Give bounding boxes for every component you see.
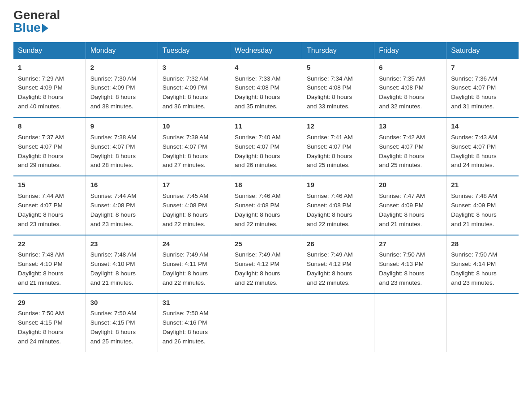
day-info: Sunrise: 7:50 AMSunset: 4:13 PMDaylight:… <box>379 251 425 286</box>
day-info: Sunrise: 7:41 AMSunset: 4:07 PMDaylight:… <box>307 134 353 169</box>
calendar-cell: 29Sunrise: 7:50 AMSunset: 4:15 PMDayligh… <box>13 294 86 352</box>
day-info: Sunrise: 7:46 AMSunset: 4:08 PMDaylight:… <box>235 193 281 227</box>
day-info: Sunrise: 7:45 AMSunset: 4:08 PMDaylight:… <box>163 193 209 227</box>
day-number: 22 <box>18 239 81 249</box>
calendar-cell: 4Sunrise: 7:33 AMSunset: 4:08 PMDaylight… <box>230 59 302 117</box>
calendar-cell: 27Sunrise: 7:50 AMSunset: 4:13 PMDayligh… <box>374 235 446 294</box>
day-number: 26 <box>307 239 369 249</box>
day-number: 14 <box>451 121 514 132</box>
calendar-cell: 1Sunrise: 7:29 AMSunset: 4:09 PMDaylight… <box>13 59 86 117</box>
calendar-cell: 17Sunrise: 7:45 AMSunset: 4:08 PMDayligh… <box>158 176 230 235</box>
calendar-cell: 11Sunrise: 7:40 AMSunset: 4:07 PMDayligh… <box>230 117 302 176</box>
calendar-cell: 8Sunrise: 7:37 AMSunset: 4:07 PMDaylight… <box>13 117 86 176</box>
day-number: 11 <box>235 121 297 132</box>
day-number: 25 <box>235 239 297 249</box>
day-info: Sunrise: 7:35 AMSunset: 4:08 PMDaylight:… <box>379 75 425 110</box>
day-number: 21 <box>451 180 514 190</box>
day-number: 2 <box>90 63 153 73</box>
week-row-2: 8Sunrise: 7:37 AMSunset: 4:07 PMDaylight… <box>13 117 519 176</box>
day-number: 30 <box>90 298 153 308</box>
logo-general-text: General <box>13 9 60 21</box>
day-number: 9 <box>90 121 153 132</box>
calendar-cell: 21Sunrise: 7:48 AMSunset: 4:09 PMDayligh… <box>446 176 519 235</box>
day-number: 15 <box>18 180 81 190</box>
day-number: 12 <box>307 121 369 132</box>
day-info: Sunrise: 7:49 AMSunset: 4:12 PMDaylight:… <box>307 251 353 286</box>
day-info: Sunrise: 7:32 AMSunset: 4:09 PMDaylight:… <box>163 75 209 110</box>
day-info: Sunrise: 7:50 AMSunset: 4:14 PMDaylight:… <box>451 251 497 286</box>
calendar-cell <box>230 294 302 352</box>
calendar-table: SundayMondayTuesdayWednesdayThursdayFrid… <box>13 42 519 352</box>
calendar-cell: 7Sunrise: 7:36 AMSunset: 4:07 PMDaylight… <box>446 59 519 117</box>
calendar-cell: 22Sunrise: 7:48 AMSunset: 4:10 PMDayligh… <box>13 235 86 294</box>
day-number: 5 <box>307 63 369 73</box>
week-row-3: 15Sunrise: 7:44 AMSunset: 4:07 PMDayligh… <box>13 176 519 235</box>
day-info: Sunrise: 7:42 AMSunset: 4:07 PMDaylight:… <box>379 134 425 169</box>
day-info: Sunrise: 7:40 AMSunset: 4:07 PMDaylight:… <box>235 134 281 169</box>
calendar-cell: 14Sunrise: 7:43 AMSunset: 4:07 PMDayligh… <box>446 117 519 176</box>
calendar-cell: 3Sunrise: 7:32 AMSunset: 4:09 PMDaylight… <box>158 59 230 117</box>
calendar-cell: 9Sunrise: 7:38 AMSunset: 4:07 PMDaylight… <box>86 117 158 176</box>
day-info: Sunrise: 7:50 AMSunset: 4:16 PMDaylight:… <box>163 310 209 345</box>
day-info: Sunrise: 7:46 AMSunset: 4:08 PMDaylight:… <box>307 193 353 227</box>
day-info: Sunrise: 7:50 AMSunset: 4:15 PMDaylight:… <box>90 310 137 345</box>
weekday-header-thursday: Thursday <box>302 42 374 59</box>
day-info: Sunrise: 7:43 AMSunset: 4:07 PMDaylight:… <box>451 134 497 169</box>
day-number: 8 <box>18 121 81 132</box>
day-number: 13 <box>379 121 442 132</box>
calendar-cell: 13Sunrise: 7:42 AMSunset: 4:07 PMDayligh… <box>374 117 446 176</box>
day-info: Sunrise: 7:34 AMSunset: 4:08 PMDaylight:… <box>307 75 353 110</box>
logo-triangle-icon <box>42 24 48 33</box>
day-info: Sunrise: 7:47 AMSunset: 4:09 PMDaylight:… <box>379 193 425 227</box>
calendar-cell: 23Sunrise: 7:48 AMSunset: 4:10 PMDayligh… <box>86 235 158 294</box>
weekday-header-wednesday: Wednesday <box>230 42 302 59</box>
calendar-cell: 19Sunrise: 7:46 AMSunset: 4:08 PMDayligh… <box>302 176 374 235</box>
day-number: 19 <box>307 180 369 190</box>
weekday-header-sunday: Sunday <box>13 42 86 59</box>
day-info: Sunrise: 7:39 AMSunset: 4:07 PMDaylight:… <box>163 134 209 169</box>
day-info: Sunrise: 7:38 AMSunset: 4:07 PMDaylight:… <box>90 134 137 169</box>
day-number: 1 <box>18 63 81 73</box>
weekday-header-tuesday: Tuesday <box>158 42 230 59</box>
calendar-cell: 30Sunrise: 7:50 AMSunset: 4:15 PMDayligh… <box>86 294 158 352</box>
day-number: 29 <box>18 298 81 308</box>
week-row-4: 22Sunrise: 7:48 AMSunset: 4:10 PMDayligh… <box>13 235 519 294</box>
day-number: 18 <box>235 180 297 190</box>
day-info: Sunrise: 7:30 AMSunset: 4:09 PMDaylight:… <box>90 75 137 110</box>
day-info: Sunrise: 7:36 AMSunset: 4:07 PMDaylight:… <box>451 75 497 110</box>
calendar-cell: 20Sunrise: 7:47 AMSunset: 4:09 PMDayligh… <box>374 176 446 235</box>
logo: General Blue <box>13 9 60 34</box>
page-header: General Blue <box>13 9 519 34</box>
day-info: Sunrise: 7:48 AMSunset: 4:09 PMDaylight:… <box>451 193 497 227</box>
calendar-cell: 26Sunrise: 7:49 AMSunset: 4:12 PMDayligh… <box>302 235 374 294</box>
weekday-header-monday: Monday <box>86 42 158 59</box>
day-number: 7 <box>451 63 514 73</box>
week-row-1: 1Sunrise: 7:29 AMSunset: 4:09 PMDaylight… <box>13 59 519 117</box>
day-info: Sunrise: 7:48 AMSunset: 4:10 PMDaylight:… <box>90 251 137 286</box>
day-number: 31 <box>163 298 225 308</box>
day-info: Sunrise: 7:37 AMSunset: 4:07 PMDaylight:… <box>18 134 64 169</box>
calendar-cell: 18Sunrise: 7:46 AMSunset: 4:08 PMDayligh… <box>230 176 302 235</box>
calendar-cell: 15Sunrise: 7:44 AMSunset: 4:07 PMDayligh… <box>13 176 86 235</box>
calendar-cell: 25Sunrise: 7:49 AMSunset: 4:12 PMDayligh… <box>230 235 302 294</box>
day-info: Sunrise: 7:44 AMSunset: 4:08 PMDaylight:… <box>90 193 137 227</box>
day-number: 16 <box>90 180 153 190</box>
calendar-cell: 12Sunrise: 7:41 AMSunset: 4:07 PMDayligh… <box>302 117 374 176</box>
day-info: Sunrise: 7:49 AMSunset: 4:12 PMDaylight:… <box>235 251 281 286</box>
day-number: 4 <box>235 63 297 73</box>
calendar-cell <box>374 294 446 352</box>
calendar-cell: 24Sunrise: 7:49 AMSunset: 4:11 PMDayligh… <box>158 235 230 294</box>
day-number: 24 <box>163 239 225 249</box>
day-number: 3 <box>163 63 225 73</box>
calendar-cell: 28Sunrise: 7:50 AMSunset: 4:14 PMDayligh… <box>446 235 519 294</box>
day-number: 20 <box>379 180 442 190</box>
calendar-cell: 16Sunrise: 7:44 AMSunset: 4:08 PMDayligh… <box>86 176 158 235</box>
day-number: 28 <box>451 239 514 249</box>
calendar-cell <box>446 294 519 352</box>
day-info: Sunrise: 7:50 AMSunset: 4:15 PMDaylight:… <box>18 310 64 345</box>
calendar-cell: 2Sunrise: 7:30 AMSunset: 4:09 PMDaylight… <box>86 59 158 117</box>
calendar-cell: 5Sunrise: 7:34 AMSunset: 4:08 PMDaylight… <box>302 59 374 117</box>
calendar-cell: 31Sunrise: 7:50 AMSunset: 4:16 PMDayligh… <box>158 294 230 352</box>
weekday-header-row: SundayMondayTuesdayWednesdayThursdayFrid… <box>13 42 519 59</box>
calendar-cell: 10Sunrise: 7:39 AMSunset: 4:07 PMDayligh… <box>158 117 230 176</box>
